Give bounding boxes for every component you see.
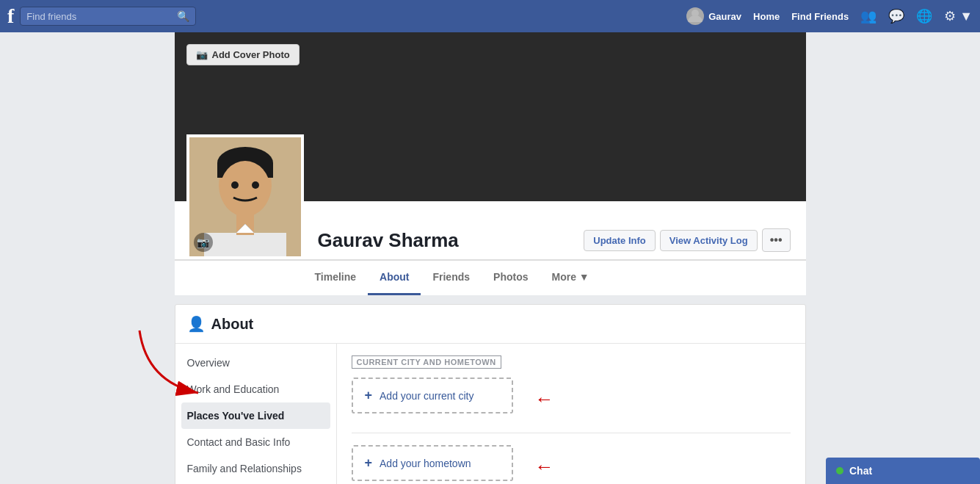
sidebar-item-family-relationships[interactable]: Family and Relationships [175, 455, 336, 482]
camera-icon: 📷 [196, 49, 208, 60]
add-current-city-button[interactable]: + Add your current city [352, 378, 513, 413]
about-title: About [211, 316, 254, 333]
add-cover-label: Add Cover Photo [212, 49, 290, 60]
tab-friends[interactable]: Friends [421, 261, 482, 295]
sidebar-item-overview[interactable]: Overview [175, 350, 336, 376]
page-wrapper: 📷 Add Cover Photo [0, 32, 980, 484]
plus-icon: + [365, 388, 373, 403]
tab-timeline[interactable]: Timeline [303, 261, 369, 295]
top-navigation: f 🔍 Gaurav Timeline Home Find Friends 👥 … [0, 0, 980, 32]
add-hometown-button[interactable]: + Add your hometown [352, 445, 513, 481]
nav-user-profile[interactable]: Gaurav [686, 7, 741, 25]
about-sidebar: Overview Work and Education Places You'v… [175, 344, 337, 484]
add-hometown-label: Add your hometown [380, 458, 471, 469]
notifications-icon[interactable]: 🌐 [916, 8, 932, 24]
about-right-content: CURRENT CITY AND HOMETOWN + Add your cur… [337, 344, 805, 484]
view-activity-log-button[interactable]: View Activity Log [660, 230, 758, 251]
tab-about[interactable]: About [368, 261, 421, 295]
facebook-logo[interactable]: f [7, 4, 14, 28]
current-city-section: CURRENT CITY AND HOMETOWN + Add your cur… [352, 355, 791, 484]
about-layout: Overview Work and Education Places You'v… [175, 344, 805, 484]
profile-info-bar: 📷 Gaurav Sharma Update Info View Activit… [175, 201, 806, 260]
plus-icon-hometown: + [365, 455, 373, 471]
find-friends-nav-link[interactable]: Find Friends [791, 11, 849, 22]
search-icon[interactable]: 🔍 [177, 10, 189, 22]
change-photo-icon[interactable]: 📷 [194, 233, 213, 252]
section-divider [352, 433, 791, 433]
home-nav-link[interactable]: Home [753, 11, 780, 22]
about-header: 👤 About [175, 305, 805, 344]
messages-icon[interactable]: 💬 [888, 8, 904, 24]
profile-name-actions: Gaurav Sharma Update Info View Activity … [318, 228, 802, 252]
profile-name: Gaurav Sharma [318, 229, 459, 252]
profile-tabs: Timeline About Friends Photos More ▼ [175, 260, 806, 295]
tab-more[interactable]: More ▼ [540, 261, 601, 295]
person-icon: 👤 [187, 315, 206, 333]
profile-actions: Update Info View Activity Log ••• [584, 228, 790, 252]
nav-username: Gaurav [708, 11, 741, 22]
add-city-label: Add your current city [380, 390, 473, 402]
search-bar: 🔍 [20, 7, 196, 26]
profile-area: 📷 Add Cover Photo [175, 32, 806, 295]
arrow-annotation-hometown: ← [535, 455, 554, 478]
more-options-button[interactable]: ••• [762, 228, 791, 252]
chat-online-indicator [836, 467, 843, 474]
sidebar-item-contact-info[interactable]: Contact and Basic Info [175, 429, 336, 455]
nav-right: Gaurav Timeline Home Find Friends 👥 💬 🌐 … [686, 7, 973, 25]
sidebar-item-places-lived[interactable]: Places You've Lived [181, 402, 330, 429]
avatar [686, 7, 704, 25]
sidebar-item-work-education[interactable]: Work and Education [175, 376, 336, 402]
chat-label: Chat [849, 465, 872, 477]
about-section: 👤 About Overview Work and Education Plac… [175, 304, 806, 484]
svg-point-5 [220, 161, 270, 217]
profile-picture[interactable]: 📷 [186, 134, 304, 259]
settings-icon[interactable]: ⚙ ▼ [944, 8, 973, 24]
tab-photos[interactable]: Photos [482, 261, 540, 295]
svg-rect-8 [204, 233, 286, 259]
svg-point-7 [252, 181, 259, 189]
arrow-annotation-city: ← [535, 388, 554, 411]
svg-point-6 [231, 181, 239, 189]
search-input[interactable] [26, 11, 177, 22]
friend-requests-icon[interactable]: 👥 [860, 8, 876, 24]
current-city-section-label: CURRENT CITY AND HOMETOWN [352, 355, 501, 369]
add-cover-photo-button[interactable]: 📷 Add Cover Photo [186, 44, 300, 65]
chat-bar[interactable]: Chat [826, 458, 980, 484]
update-info-button[interactable]: Update Info [584, 230, 656, 251]
